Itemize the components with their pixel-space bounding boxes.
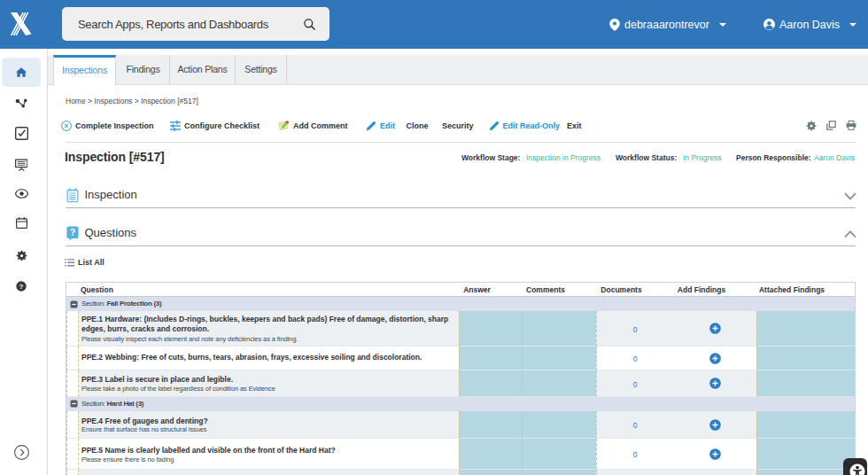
- svg-text:?: ?: [19, 283, 24, 291]
- svg-text:?: ?: [69, 227, 74, 237]
